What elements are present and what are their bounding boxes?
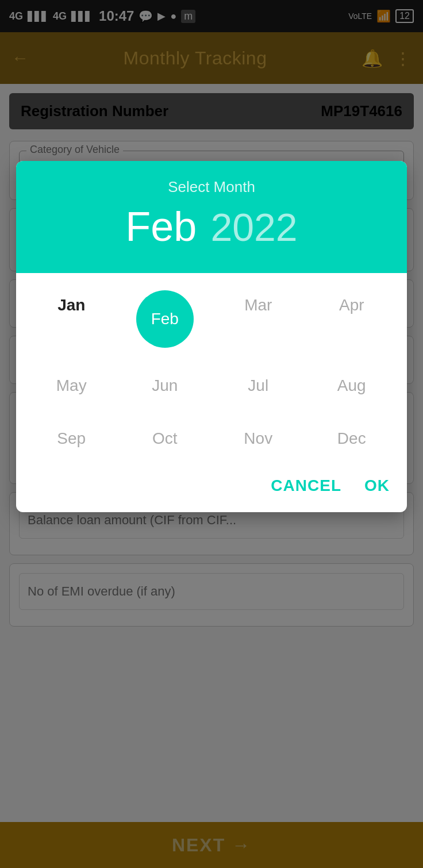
ok-button[interactable]: OK	[364, 477, 390, 495]
dialog-date-display: Feb 2022	[33, 203, 390, 250]
month-mar[interactable]: Mar	[214, 290, 302, 348]
dialog-selected-year: 2022	[210, 205, 297, 249]
month-aug[interactable]: Aug	[308, 371, 396, 401]
month-picker-dialog: Select Month Feb 2022 Jan Feb Mar Apr Ma…	[16, 161, 407, 512]
month-grid: Jan Feb Mar Apr May Jun Jul Aug Sep Oct …	[16, 273, 407, 471]
month-dec[interactable]: Dec	[308, 424, 396, 454]
month-nov[interactable]: Nov	[214, 424, 302, 454]
dialog-header: Select Month Feb 2022	[16, 161, 407, 273]
month-jul[interactable]: Jul	[214, 371, 302, 401]
month-feb[interactable]: Feb	[136, 290, 194, 348]
month-apr[interactable]: Apr	[308, 290, 396, 348]
month-oct[interactable]: Oct	[121, 424, 209, 454]
dialog-title: Select Month	[33, 178, 390, 196]
dialog-actions: CANCEL OK	[16, 471, 407, 512]
month-sep[interactable]: Sep	[28, 424, 116, 454]
month-jan[interactable]: Jan	[28, 290, 116, 348]
month-may[interactable]: May	[28, 371, 116, 401]
month-jun[interactable]: Jun	[121, 371, 209, 401]
cancel-button[interactable]: CANCEL	[271, 477, 341, 495]
dialog-selected-month: Feb	[125, 203, 197, 250]
